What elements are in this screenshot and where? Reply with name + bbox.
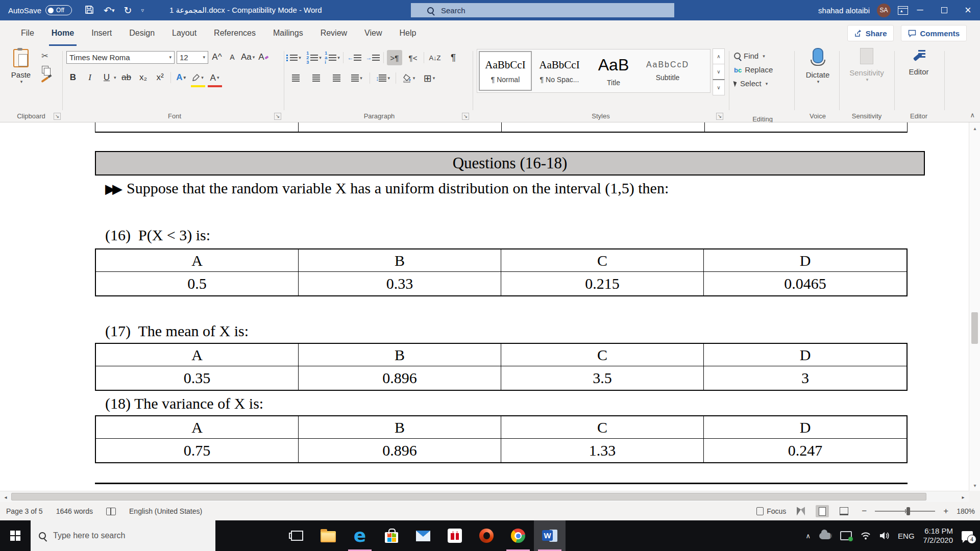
focus-mode-button[interactable]: Focus: [756, 507, 786, 515]
multilevel-list-button[interactable]: 1ai▾: [325, 50, 340, 65]
scroll-up-button[interactable]: ▴: [969, 122, 980, 134]
tab-help[interactable]: Help: [390, 20, 425, 46]
q17-option-b[interactable]: B: [299, 344, 501, 366]
q16-answer-b[interactable]: 0.33: [299, 272, 501, 295]
dictate-button[interactable]: Dictate ▾: [796, 48, 839, 84]
question-18-label[interactable]: (18) The variance of X is:: [105, 395, 263, 412]
collapse-ribbon-button[interactable]: ∧: [970, 111, 975, 119]
q18-option-b[interactable]: B: [299, 416, 501, 439]
tab-layout[interactable]: Layout: [163, 20, 205, 46]
cut-button[interactable]: ✂: [41, 51, 48, 61]
page-indicator[interactable]: Page 3 of 5: [6, 507, 43, 515]
q17-answer-a[interactable]: 0.35: [96, 366, 299, 390]
tab-file[interactable]: File: [12, 20, 43, 46]
horizontal-scrollbar[interactable]: ◂ ▸: [0, 491, 969, 502]
tab-references[interactable]: References: [205, 20, 264, 46]
start-button[interactable]: [0, 520, 31, 551]
numbering-button[interactable]: 123▾: [306, 50, 322, 65]
text-effects-button[interactable]: A▾: [175, 70, 188, 85]
zoom-slider-thumb[interactable]: [906, 507, 910, 515]
styles-dialog-launcher[interactable]: ↘: [716, 113, 723, 120]
user-avatar[interactable]: SA: [877, 4, 891, 17]
proofing-status-icon[interactable]: [106, 508, 116, 515]
paste-button[interactable]: Paste ▾: [5, 49, 37, 84]
q18-answer-a[interactable]: 0.75: [96, 439, 299, 462]
q16-option-d[interactable]: D: [704, 249, 906, 272]
q16-option-c[interactable]: C: [501, 249, 704, 272]
bullets-button[interactable]: ▾: [288, 50, 303, 65]
style-no-spacing[interactable]: AaBbCcI ¶ No Spac...: [533, 51, 586, 91]
editor-button[interactable]: Editor: [896, 48, 941, 76]
print-layout-button[interactable]: [816, 505, 829, 517]
quick-access-toolbar-more-button[interactable]: ▿: [141, 7, 144, 14]
underline-button[interactable]: U: [100, 70, 113, 85]
onedrive-icon[interactable]: [819, 533, 831, 539]
volume-icon[interactable]: [879, 532, 889, 540]
question-17-table[interactable]: A B C D 0.35 0.896 3.5 3: [95, 343, 908, 391]
questions-header[interactable]: Questions (16-18): [95, 151, 925, 176]
q17-option-c[interactable]: C: [501, 344, 704, 366]
zoom-level[interactable]: 180%: [957, 507, 975, 515]
undo-dropdown-icon[interactable]: ▾: [112, 7, 115, 14]
font-family-combo[interactable]: Times New Roma ▾: [66, 51, 175, 64]
q17-answer-b[interactable]: 0.896: [299, 366, 501, 390]
comments-button[interactable]: Comments: [901, 25, 967, 41]
search-input[interactable]: [440, 6, 656, 15]
find-button[interactable]: Find ▾: [734, 49, 791, 63]
intro-paragraph[interactable]: ▶▶ Suppose that the random variable X ha…: [105, 180, 669, 197]
q17-option-d[interactable]: D: [704, 344, 906, 366]
question-16-label[interactable]: (16) P(X < 3) is:: [105, 227, 210, 244]
autosave-toggle[interactable]: AutoSave Off: [8, 5, 72, 15]
styles-scroll-up-button[interactable]: ∧: [713, 48, 725, 64]
justify-button[interactable]: ▾: [349, 70, 364, 86]
shading-button[interactable]: ▾: [401, 70, 416, 86]
scroll-right-button[interactable]: ▸: [958, 491, 969, 503]
q18-option-d[interactable]: D: [704, 416, 906, 439]
language-switcher[interactable]: ENG: [898, 532, 915, 540]
zoom-out-button[interactable]: −: [862, 506, 867, 516]
wifi-icon[interactable]: [861, 532, 871, 540]
autosave-switch[interactable]: Off: [45, 5, 72, 15]
ribbon-display-options-button[interactable]: [898, 6, 908, 15]
highlight-color-button[interactable]: ▾: [191, 70, 205, 85]
restore-button[interactable]: [932, 0, 956, 20]
horizontal-scrollbar-thumb[interactable]: [11, 493, 926, 500]
paste-dropdown-icon[interactable]: ▾: [6, 79, 37, 84]
tab-review[interactable]: Review: [312, 20, 356, 46]
tab-view[interactable]: View: [356, 20, 390, 46]
taskbar-word[interactable]: [534, 520, 566, 551]
word-count[interactable]: 1646 words: [56, 507, 93, 515]
increase-indent-button[interactable]: →: [365, 50, 380, 65]
q16-answer-a[interactable]: 0.5: [96, 272, 299, 295]
tab-mailings[interactable]: Mailings: [264, 20, 312, 46]
q17-answer-d[interactable]: 3: [704, 366, 906, 390]
style-normal[interactable]: AaBbCcI ¶ Normal: [479, 51, 532, 91]
left-to-right-text-direction-button[interactable]: >¶: [387, 50, 402, 65]
align-center-button[interactable]: [308, 70, 324, 86]
taskbar-edge[interactable]: e: [344, 520, 376, 551]
redo-button[interactable]: ↻: [124, 5, 132, 16]
q18-option-c[interactable]: C: [501, 416, 704, 439]
font-size-combo[interactable]: 12 ▾: [177, 51, 208, 64]
language-indicator[interactable]: English (United States): [129, 507, 202, 515]
title-search-box[interactable]: [411, 3, 674, 17]
line-spacing-button[interactable]: ↕▾: [375, 70, 390, 86]
q18-option-a[interactable]: A: [96, 416, 299, 439]
align-left-button[interactable]: [288, 70, 303, 86]
right-to-left-text-direction-button[interactable]: ¶<: [405, 50, 421, 65]
superscript-button[interactable]: x²: [154, 70, 167, 85]
replace-button[interactable]: bc Replace: [734, 63, 791, 77]
zoom-in-button[interactable]: +: [943, 506, 948, 516]
copy-button[interactable]: [42, 66, 48, 73]
sort-button[interactable]: A↓Z: [427, 50, 443, 65]
taskbar-mail[interactable]: [407, 520, 439, 551]
strikethrough-button[interactable]: ab: [120, 70, 133, 85]
taskbar-office[interactable]: [471, 520, 502, 551]
taskbar-clock[interactable]: 6:18 PM 7/2/2020: [923, 527, 953, 545]
q18-answer-c[interactable]: 1.33: [501, 439, 704, 462]
vertical-scrollbar-thumb[interactable]: [971, 312, 978, 344]
q16-answer-c[interactable]: 0.215: [501, 272, 704, 295]
tray-show-hidden-button[interactable]: ∧: [806, 532, 811, 540]
italic-button[interactable]: I: [83, 70, 96, 85]
share-button[interactable]: Share: [847, 25, 894, 41]
